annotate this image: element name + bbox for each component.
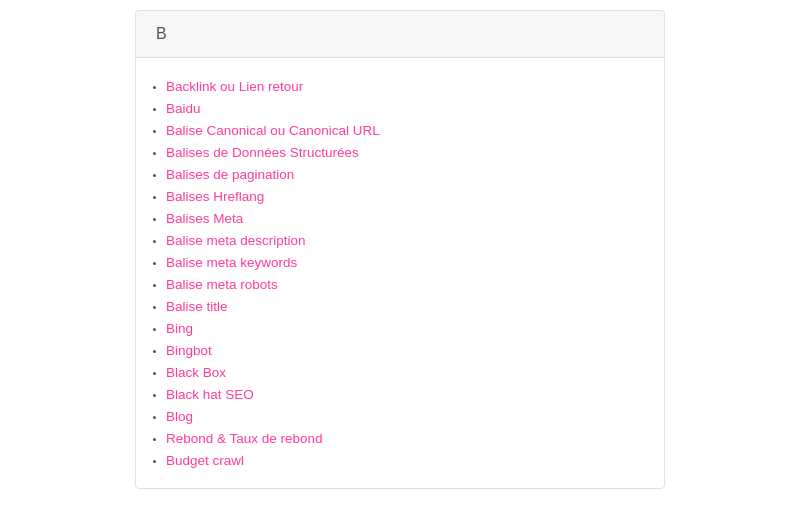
list-item-link[interactable]: Balises de pagination xyxy=(166,167,294,182)
list-item: Baidu xyxy=(166,100,644,116)
list-item: Black Box xyxy=(166,364,644,380)
list-item-link[interactable]: Black hat SEO xyxy=(166,387,254,402)
list-item: Rebond & Taux de rebond xyxy=(166,430,644,446)
list-item: Balises de pagination xyxy=(166,166,644,182)
list-item: Balises Hreflang xyxy=(166,188,644,204)
list-item-link[interactable]: Backlink ou Lien retour xyxy=(166,79,303,94)
list-item: Balise meta keywords xyxy=(166,254,644,270)
letter-header: B xyxy=(136,11,664,58)
list-item-link[interactable]: Balise meta description xyxy=(166,233,306,248)
list-item: Balise title xyxy=(166,298,644,314)
letter-label: B xyxy=(156,25,167,42)
items-list: Backlink ou Lien retourBaiduBalise Canon… xyxy=(136,58,664,488)
list-item: Budget crawl xyxy=(166,452,644,468)
list-item: Black hat SEO xyxy=(166,386,644,402)
list-item-link[interactable]: Balise Canonical ou Canonical URL xyxy=(166,123,380,138)
list-item-link[interactable]: Baidu xyxy=(166,101,201,116)
content-box: B Backlink ou Lien retourBaiduBalise Can… xyxy=(135,10,665,489)
list-item-link[interactable]: Bingbot xyxy=(166,343,212,358)
list-item: Balise Canonical ou Canonical URL xyxy=(166,122,644,138)
list-item: Balise meta description xyxy=(166,232,644,248)
list-item: Balises Meta xyxy=(166,210,644,226)
list-item: Blog xyxy=(166,408,644,424)
list-item-link[interactable]: Balises Meta xyxy=(166,211,243,226)
list-item: Bingbot xyxy=(166,342,644,358)
list-item-link[interactable]: Balise meta robots xyxy=(166,277,278,292)
list-item: Bing xyxy=(166,320,644,336)
list-item-link[interactable]: Balise meta keywords xyxy=(166,255,297,270)
list-item-link[interactable]: Balises de Données Structurées xyxy=(166,145,359,160)
list-item-link[interactable]: Black Box xyxy=(166,365,226,380)
page-container: B Backlink ou Lien retourBaiduBalise Can… xyxy=(0,0,800,499)
list-item-link[interactable]: Budget crawl xyxy=(166,453,244,468)
list-item-link[interactable]: Balise title xyxy=(166,299,228,314)
list-item: Backlink ou Lien retour xyxy=(166,78,644,94)
list-item: Balises de Données Structurées xyxy=(166,144,644,160)
list-item-link[interactable]: Blog xyxy=(166,409,193,424)
list-item-link[interactable]: Bing xyxy=(166,321,193,336)
list-item-link[interactable]: Rebond & Taux de rebond xyxy=(166,431,323,446)
list-item: Balise meta robots xyxy=(166,276,644,292)
list-item-link[interactable]: Balises Hreflang xyxy=(166,189,264,204)
